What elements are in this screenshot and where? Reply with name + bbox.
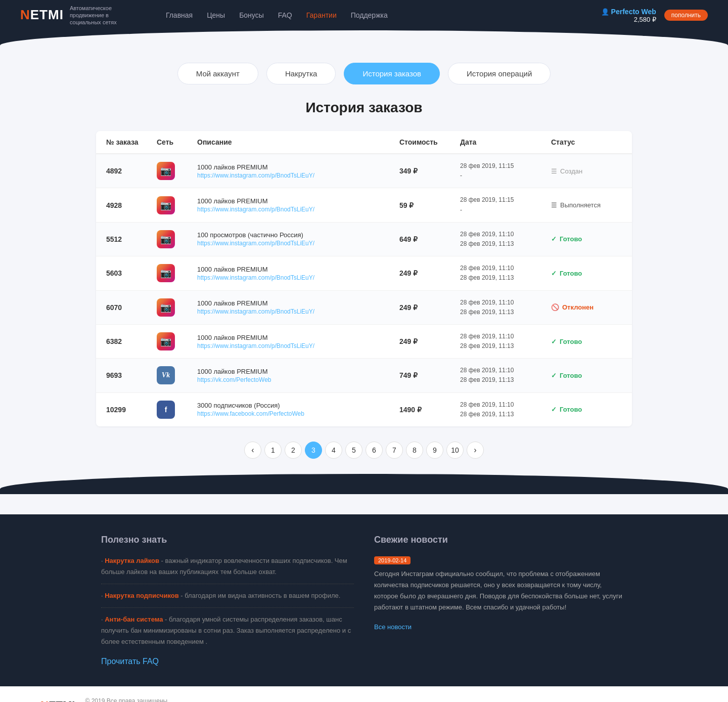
wave-top: [0, 30, 728, 51]
footer-link-likes[interactable]: Накрутка лайков: [105, 557, 159, 564]
order-status: ✓ Готово: [551, 270, 622, 277]
order-description: 1000 лайков PREMIUM https://www.instagra…: [197, 299, 399, 315]
order-link[interactable]: https://www.instagram.com/p/BnodTsLiEuY/: [197, 206, 314, 213]
tab-my-account[interactable]: Мой аккаунт: [177, 63, 258, 84]
col-header-date: Дата: [460, 138, 551, 146]
nav-bonuses[interactable]: Бонусы: [239, 11, 264, 19]
order-date: 28 фев 2019, 11:1028 фев 2019, 11:13: [460, 332, 551, 351]
orders-table: № заказа Сеть Описание Стоимость Дата Ст…: [96, 131, 632, 426]
order-cost: 1490 ₽: [399, 406, 460, 414]
footer-info-item-1: · Накрутка лайков - важный индикатор вов…: [101, 555, 354, 578]
news-badge: 2019-02-14: [374, 556, 411, 564]
status-label: Готово: [560, 372, 582, 379]
order-link[interactable]: https://www.instagram.com/p/BnodTsLiEuY/: [197, 342, 314, 349]
col-header-status: Статус: [551, 138, 622, 146]
pagination: ‹ 1 2 3 4 5 6 7 8 9 10 ›: [96, 442, 632, 459]
nav-prices[interactable]: Цены: [207, 11, 225, 19]
status-label: Готово: [560, 338, 582, 345]
status-icon: ✓: [551, 406, 557, 413]
order-status: ✓ Готово: [551, 338, 622, 345]
footer-link-antiblock[interactable]: Анти-бан система: [105, 616, 163, 623]
order-id: 9693: [106, 371, 157, 379]
logo-block: NETMI Автоматическое продвижение в социа…: [20, 5, 135, 26]
network-icon: Vk: [157, 366, 197, 384]
pagination-page-10[interactable]: 10: [446, 442, 464, 459]
footer-news-title: Свежие новости: [374, 535, 627, 545]
footer-link-subs[interactable]: Накрутка подписчиков: [105, 592, 178, 599]
order-description: 3000 подписчиков (Россия) https://www.fa…: [197, 402, 399, 417]
logo: NETMI: [20, 7, 64, 23]
nav-support[interactable]: Поддержка: [351, 11, 388, 19]
nav-guarantees[interactable]: Гарантии: [306, 11, 337, 19]
nav-home[interactable]: Главная: [166, 11, 193, 19]
logo-subtitle: Автоматическое продвижение в социальных …: [70, 5, 135, 26]
nav-faq[interactable]: FAQ: [278, 11, 292, 19]
order-cost: 59 ₽: [399, 201, 460, 209]
footer-logo: NETMI: [40, 699, 75, 702]
col-header-desc: Описание: [197, 138, 399, 146]
order-status: ✓ Готово: [551, 235, 622, 243]
pagination-page-9[interactable]: 9: [426, 442, 443, 459]
news-text: Сегодня Инстаграм официально сообщил, чт…: [374, 568, 627, 613]
order-id: 5512: [106, 235, 157, 243]
order-status: ✓ Готово: [551, 406, 622, 413]
footer-faq-link[interactable]: Прочитать FAQ: [101, 657, 159, 666]
pagination-page-2[interactable]: 2: [285, 442, 302, 459]
status-label: Готово: [560, 406, 582, 413]
status-label: Выполняется: [560, 201, 601, 209]
tab-operation-history[interactable]: История операций: [448, 63, 551, 84]
order-link[interactable]: https://www.facebook.com/PerfectoWeb: [197, 410, 304, 417]
order-link[interactable]: https://vk.com/PerfectoWeb: [197, 376, 271, 383]
wave-footer: [0, 474, 728, 494]
order-status: 🚫 Отклонен: [551, 303, 622, 311]
order-link[interactable]: https://www.instagram.com/p/BnodTsLiEuY/: [197, 172, 314, 179]
order-link[interactable]: https://www.instagram.com/p/BnodTsLiEuY/: [197, 274, 314, 281]
tab-nakrutka[interactable]: Накрутка: [266, 63, 336, 84]
order-link[interactable]: https://www.instagram.com/p/BnodTsLiEuY/: [197, 240, 314, 247]
footer-dark: Полезно знать · Накрутка лайков - важный…: [0, 514, 728, 686]
news-all-link[interactable]: Все новости: [374, 623, 412, 631]
order-cost: 249 ₽: [399, 303, 460, 312]
pagination-page-8[interactable]: 8: [406, 442, 423, 459]
tab-order-history[interactable]: История заказов: [344, 63, 440, 84]
table-body: 4892 📷 1000 лайков PREMIUM https://www.i…: [96, 154, 632, 426]
pagination-page-7[interactable]: 7: [386, 442, 403, 459]
order-description: 100 просмотров (частично Россия) https:/…: [197, 231, 399, 247]
order-cost: 249 ₽: [399, 269, 460, 277]
order-link[interactable]: https://www.instagram.com/p/BnodTsLiEuY/: [197, 308, 314, 315]
tabs-section: Мой аккаунт Накрутка История заказов Ист…: [0, 51, 728, 84]
order-description: 1000 лайков PREMIUM https://www.instagra…: [197, 334, 399, 349]
footer-content: Полезно знать · Накрутка лайков - важный…: [61, 514, 667, 686]
fill-balance-button[interactable]: пополнить: [664, 10, 708, 21]
order-id: 10299: [106, 406, 157, 414]
pagination-page-6[interactable]: 6: [366, 442, 383, 459]
instagram-icon: 📷: [157, 196, 175, 214]
instagram-icon: 📷: [157, 332, 175, 350]
status-label: Готово: [560, 270, 582, 277]
main-content: История заказов № заказа Сеть Описание С…: [86, 100, 642, 459]
footer-bottom: NETMI © 2019 Все права защищены Создание…: [0, 686, 728, 702]
instagram-icon: 📷: [157, 264, 175, 282]
order-cost: 249 ₽: [399, 337, 460, 345]
network-icon: 📷: [157, 230, 197, 248]
table-row: 5512 📷 100 просмотров (частично Россия) …: [96, 223, 632, 256]
col-header-network: Сеть: [157, 138, 197, 146]
pagination-prev[interactable]: ‹: [244, 442, 261, 459]
pagination-page-5[interactable]: 5: [345, 442, 362, 459]
pagination-page-1[interactable]: 1: [264, 442, 282, 459]
pagination-next[interactable]: ›: [467, 442, 484, 459]
table-row: 10299 f 3000 подписчиков (Россия) https:…: [96, 393, 632, 426]
main-nav: Главная Цены Бонусы FAQ Гарантии Поддерж…: [166, 11, 388, 19]
table-header: № заказа Сеть Описание Стоимость Дата Ст…: [96, 131, 632, 154]
pagination-page-3[interactable]: 3: [305, 442, 322, 459]
order-date: 28 фев 2019, 11:15-: [460, 161, 551, 181]
instagram-icon: 📷: [157, 230, 175, 248]
order-date: 28 фев 2019, 11:1028 фев 2019, 11:13: [460, 230, 551, 249]
table-row: 9693 Vk 1000 лайков PREMIUM https://vk.c…: [96, 359, 632, 392]
status-icon: ✓: [551, 338, 557, 345]
user-name: 👤 Perfecto Web: [601, 8, 656, 16]
pagination-page-4[interactable]: 4: [325, 442, 342, 459]
user-balance: 2,580 ₽: [634, 16, 656, 23]
instagram-icon: 📷: [157, 298, 175, 317]
order-id: 5603: [106, 269, 157, 277]
